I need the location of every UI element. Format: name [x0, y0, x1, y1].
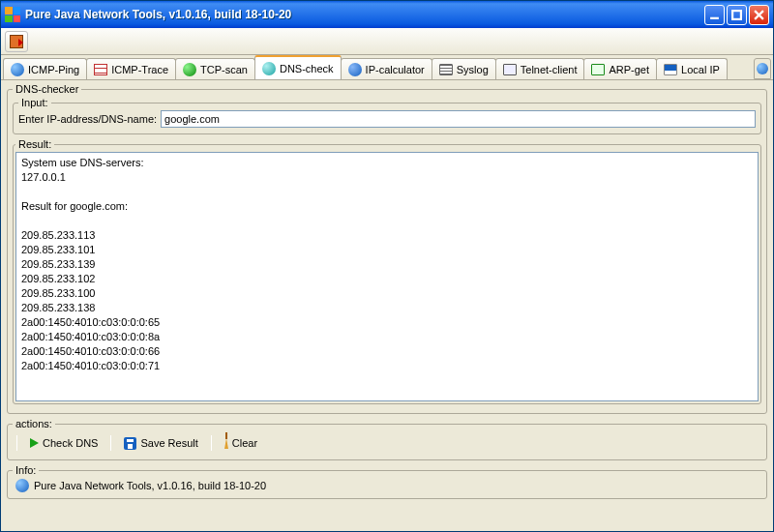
tab-label: ICMP-Ping: [28, 64, 79, 75]
tab-icmp-trace[interactable]: ICMP-Trace: [86, 58, 176, 79]
dns-checker-group: DNS-checker Input: Enter IP-address/DNS-…: [7, 83, 767, 414]
tab-label: Local IP: [681, 64, 720, 75]
separator: [211, 435, 212, 451]
tab-label: ICMP-Trace: [111, 64, 168, 75]
tab-label: DNS-check: [280, 63, 334, 74]
titlebar: Pure Java Network Tools, v1.0.16, build …: [1, 1, 773, 28]
tab-strip: ICMP-Ping ICMP-Trace TCP-scan DNS-check …: [1, 55, 773, 80]
info-legend: Info:: [13, 464, 39, 476]
close-button[interactable]: [749, 5, 769, 25]
window-controls: [704, 5, 769, 25]
info-group: Info: Pure Java Network Tools, v1.0.16, …: [7, 464, 767, 499]
telnet-icon: [503, 64, 517, 75]
exit-icon: [10, 35, 23, 48]
input-label: Enter IP-address/DNS-name:: [18, 113, 157, 125]
dns-icon: [262, 62, 276, 75]
window-title: Pure Java Network Tools, v1.0.16, build …: [25, 8, 704, 21]
maximize-button[interactable]: [727, 5, 747, 25]
save-icon: [124, 437, 136, 450]
tab-label: Telnet-client: [521, 64, 578, 75]
exit-button[interactable]: [5, 31, 28, 52]
scan-icon: [183, 63, 196, 76]
tab-label: IP-calculator: [366, 64, 425, 75]
input-group: Input: Enter IP-address/DNS-name:: [13, 97, 761, 134]
button-label: Save Result: [140, 437, 197, 449]
button-label: Check DNS: [43, 437, 98, 449]
actions-legend: actions:: [13, 418, 55, 429]
clear-icon: [224, 438, 228, 449]
result-output[interactable]: System use DNS-servers: 127.0.0.1 Result…: [15, 152, 759, 401]
clear-button[interactable]: Clear: [218, 433, 264, 453]
trace-icon: [94, 64, 107, 75]
syslog-icon: [439, 64, 453, 75]
button-label: Clear: [232, 437, 257, 449]
save-result-button[interactable]: Save Result: [117, 433, 204, 453]
tab-local-ip[interactable]: Local IP: [656, 58, 728, 79]
tab-scroll-right[interactable]: [754, 58, 771, 79]
info-text: Pure Java Network Tools, v1.0.16, build …: [34, 480, 266, 491]
dns-input[interactable]: [161, 110, 756, 128]
play-icon: [30, 438, 39, 448]
tab-ip-calculator[interactable]: IP-calculator: [341, 58, 432, 79]
arp-icon: [591, 64, 605, 75]
globe-icon: [757, 63, 768, 74]
tab-label: Syslog: [457, 64, 489, 75]
actions-group: actions: Check DNS Save Result Clear: [7, 418, 767, 460]
group-legend: DNS-checker: [13, 83, 81, 95]
minimize-button[interactable]: [704, 5, 725, 25]
content-area: DNS-checker Input: Enter IP-address/DNS-…: [1, 80, 773, 506]
ip-icon: [348, 63, 362, 76]
tab-icmp-ping[interactable]: ICMP-Ping: [3, 58, 87, 79]
tab-telnet-client[interactable]: Telnet-client: [495, 58, 585, 79]
result-group: Result: System use DNS-servers: 127.0.0.…: [13, 138, 761, 404]
check-dns-button[interactable]: Check DNS: [23, 433, 104, 453]
separator: [110, 435, 111, 451]
tab-dns-check[interactable]: DNS-check: [254, 55, 342, 79]
result-legend: Result:: [15, 138, 54, 150]
svg-rect-1: [732, 11, 741, 19]
tab-arp-get[interactable]: ARP-get: [583, 58, 657, 79]
separator: [16, 435, 17, 451]
globe-icon: [15, 479, 29, 492]
tab-tcp-scan[interactable]: TCP-scan: [175, 58, 255, 79]
main-toolbar: [1, 28, 773, 55]
app-icon: [5, 7, 20, 22]
tab-syslog[interactable]: Syslog: [432, 58, 496, 79]
globe-icon: [11, 63, 24, 76]
tab-label: TCP-scan: [200, 64, 248, 75]
tab-label: ARP-get: [609, 64, 649, 75]
localip-icon: [664, 64, 677, 75]
input-legend: Input:: [18, 97, 51, 108]
